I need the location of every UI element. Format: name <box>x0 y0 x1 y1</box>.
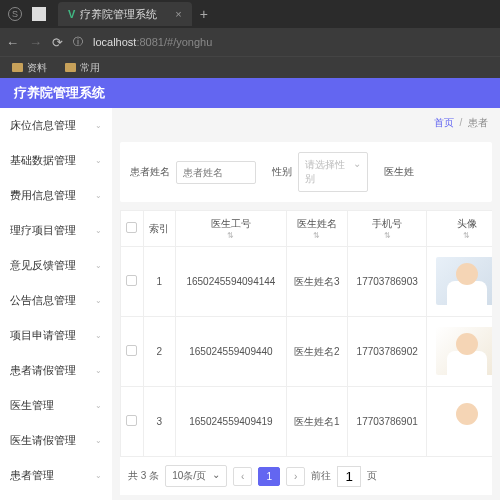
bookmark-item[interactable]: 资料 <box>12 61 47 75</box>
sidebar-item-label: 医生请假管理 <box>10 433 76 448</box>
reload-button[interactable]: ⟳ <box>52 35 63 50</box>
row-checkbox[interactable] <box>126 275 137 286</box>
cell-index: 2 <box>143 317 176 387</box>
row-checkbox[interactable] <box>126 415 137 426</box>
chevron-down-icon: ⌄ <box>95 121 102 130</box>
page-size-select[interactable]: 10条/页⌄ <box>165 465 227 487</box>
next-page-button[interactable]: › <box>286 467 305 486</box>
browser-icon: S <box>8 7 22 21</box>
table-header[interactable]: 索引 <box>143 211 176 247</box>
bookmark-item[interactable]: 常用 <box>65 61 100 75</box>
sidebar-item-label: 患者请假管理 <box>10 363 76 378</box>
table-header[interactable]: 医生工号⇅ <box>176 211 286 247</box>
table-header[interactable]: 医生姓名⇅ <box>286 211 348 247</box>
filter-name-label: 患者姓名 <box>130 165 170 179</box>
filter-doctor-label: 医生姓 <box>384 165 414 179</box>
filter-gender-label: 性别 <box>272 165 292 179</box>
sidebar-item[interactable]: 意见反馈管理⌄ <box>0 248 112 283</box>
new-tab-button[interactable]: + <box>200 6 208 22</box>
table-header <box>121 211 144 247</box>
forward-button[interactable]: → <box>29 35 42 50</box>
breadcrumb-home[interactable]: 首页 <box>434 117 454 128</box>
cell-avatar <box>427 317 492 387</box>
chevron-down-icon: ⌄ <box>95 191 102 200</box>
avatar-image <box>436 257 492 305</box>
sort-icon: ⇅ <box>352 231 422 240</box>
chevron-down-icon: ⌄ <box>95 261 102 270</box>
page-number-button[interactable]: 1 <box>258 467 280 486</box>
cell-phone: 17703786903 <box>348 247 427 317</box>
sidebar-item-label: 理疗项目管理 <box>10 223 76 238</box>
sidebar-item[interactable]: 床位信息管理⌄ <box>0 108 112 143</box>
sidebar-item[interactable]: 理疗项目管理⌄ <box>0 213 112 248</box>
table-row: 3165024559409419医生姓名117703786901a1 <box>121 387 493 457</box>
app-title: 疗养院管理系统 <box>14 84 105 102</box>
sidebar-item-label: 意见反馈管理 <box>10 258 76 273</box>
filter-gender-select[interactable]: 请选择性别⌄ <box>298 152 368 192</box>
breadcrumb-current: 患者 <box>468 117 488 128</box>
cell-phone: 17703786901 <box>348 387 427 457</box>
sidebar-item[interactable]: 患者管理⌄ <box>0 458 112 493</box>
sidebar-item-label: 费用信息管理 <box>10 188 76 203</box>
sidebar-item[interactable]: 医生请假管理⌄ <box>0 423 112 458</box>
url-text[interactable]: localhost:8081/#/yonghu <box>93 36 212 48</box>
chevron-down-icon: ⌄ <box>95 226 102 235</box>
cell-docno: 1650245594094144 <box>176 247 286 317</box>
select-all-checkbox[interactable] <box>126 222 137 233</box>
cell-docname: 医生姓名3 <box>286 247 348 317</box>
avatar-image <box>436 397 492 445</box>
goto-label: 前往 <box>311 469 331 483</box>
filter-bar: 患者姓名 性别 请选择性别⌄ 医生姓 <box>120 142 492 202</box>
sidebar-item[interactable]: 基础数据管理⌄ <box>0 143 112 178</box>
table-header[interactable]: 手机号⇅ <box>348 211 427 247</box>
chevron-down-icon: ⌄ <box>95 366 102 375</box>
sidebar-item[interactable]: 患者管理 <box>0 493 112 500</box>
sidebar-item-label: 项目申请管理 <box>10 328 76 343</box>
row-checkbox[interactable] <box>126 345 137 356</box>
sidebar-item-label: 公告信息管理 <box>10 293 76 308</box>
chevron-down-icon: ⌄ <box>353 158 361 186</box>
sort-icon: ⇅ <box>180 231 281 240</box>
sidebar-item-label: 基础数据管理 <box>10 153 76 168</box>
sidebar: 床位信息管理⌄基础数据管理⌄费用信息管理⌄理疗项目管理⌄意见反馈管理⌄公告信息管… <box>0 108 112 500</box>
sidebar-item[interactable]: 患者请假管理⌄ <box>0 353 112 388</box>
sort-icon: ⇅ <box>431 231 492 240</box>
cell-index: 3 <box>143 387 176 457</box>
tab-title: 疗养院管理系统 <box>80 7 157 22</box>
browser-tab[interactable]: V 疗养院管理系统 × <box>58 2 192 26</box>
pagination-total: 共 3 条 <box>128 469 159 483</box>
avatar-image <box>436 327 492 375</box>
browser-square-icon <box>32 7 46 21</box>
chevron-down-icon: ⌄ <box>95 471 102 480</box>
cell-docno: 165024559409440 <box>176 317 286 387</box>
cell-phone: 17703786902 <box>348 317 427 387</box>
cell-docname: 医生姓名1 <box>286 387 348 457</box>
app-header: 疗养院管理系统 <box>0 78 500 108</box>
chevron-down-icon: ⌄ <box>95 401 102 410</box>
sidebar-item[interactable]: 公告信息管理⌄ <box>0 283 112 318</box>
goto-input[interactable] <box>337 466 361 487</box>
bookmarks-bar: 资料 常用 <box>0 56 500 78</box>
cell-docno: 165024559409419 <box>176 387 286 457</box>
cell-docname: 医生姓名2 <box>286 317 348 387</box>
chevron-down-icon: ⌄ <box>95 436 102 445</box>
sidebar-item[interactable]: 医生管理⌄ <box>0 388 112 423</box>
vue-icon: V <box>68 8 75 20</box>
sidebar-item-label: 床位信息管理 <box>10 118 76 133</box>
sidebar-item[interactable]: 费用信息管理⌄ <box>0 178 112 213</box>
table-header[interactable]: 头像⇅ <box>427 211 492 247</box>
site-info-icon[interactable]: ⓘ <box>73 35 83 49</box>
back-button[interactable]: ← <box>6 35 19 50</box>
table-row: 11650245594094144医生姓名317703786903a3 <box>121 247 493 317</box>
table-row: 2165024559409440医生姓名217703786902a2 <box>121 317 493 387</box>
cell-avatar <box>427 387 492 457</box>
chevron-down-icon: ⌄ <box>95 331 102 340</box>
sidebar-item[interactable]: 项目申请管理⌄ <box>0 318 112 353</box>
sidebar-item-label: 医生管理 <box>10 398 54 413</box>
close-tab-icon[interactable]: × <box>175 8 181 20</box>
browser-toolbar: ← → ⟳ ⓘ localhost:8081/#/yonghu <box>0 28 500 56</box>
breadcrumb-sep-icon: / <box>459 117 462 128</box>
page-suffix: 页 <box>367 469 377 483</box>
prev-page-button[interactable]: ‹ <box>233 467 252 486</box>
filter-name-input[interactable] <box>176 161 256 184</box>
